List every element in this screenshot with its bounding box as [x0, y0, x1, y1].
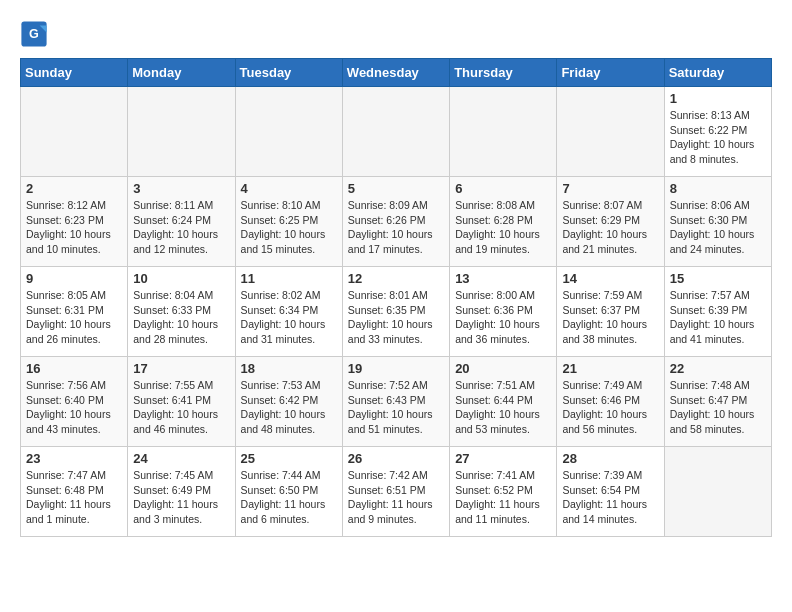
day-number: 1	[670, 91, 766, 106]
calendar-day-cell: 24Sunrise: 7:45 AM Sunset: 6:49 PM Dayli…	[128, 447, 235, 537]
weekday-header-saturday: Saturday	[664, 59, 771, 87]
day-number: 11	[241, 271, 337, 286]
day-info: Sunrise: 7:52 AM Sunset: 6:43 PM Dayligh…	[348, 378, 444, 437]
calendar-day-cell	[557, 87, 664, 177]
calendar-day-cell: 3Sunrise: 8:11 AM Sunset: 6:24 PM Daylig…	[128, 177, 235, 267]
day-number: 18	[241, 361, 337, 376]
day-info: Sunrise: 7:41 AM Sunset: 6:52 PM Dayligh…	[455, 468, 551, 527]
logo-icon: G	[20, 20, 48, 48]
day-number: 20	[455, 361, 551, 376]
weekday-header-wednesday: Wednesday	[342, 59, 449, 87]
day-info: Sunrise: 8:02 AM Sunset: 6:34 PM Dayligh…	[241, 288, 337, 347]
calendar-day-cell: 16Sunrise: 7:56 AM Sunset: 6:40 PM Dayli…	[21, 357, 128, 447]
day-info: Sunrise: 8:05 AM Sunset: 6:31 PM Dayligh…	[26, 288, 122, 347]
weekday-header-tuesday: Tuesday	[235, 59, 342, 87]
calendar-day-cell: 21Sunrise: 7:49 AM Sunset: 6:46 PM Dayli…	[557, 357, 664, 447]
weekday-header-friday: Friday	[557, 59, 664, 87]
calendar-week-row: 1Sunrise: 8:13 AM Sunset: 6:22 PM Daylig…	[21, 87, 772, 177]
calendar-day-cell: 2Sunrise: 8:12 AM Sunset: 6:23 PM Daylig…	[21, 177, 128, 267]
calendar-week-row: 2Sunrise: 8:12 AM Sunset: 6:23 PM Daylig…	[21, 177, 772, 267]
day-info: Sunrise: 8:09 AM Sunset: 6:26 PM Dayligh…	[348, 198, 444, 257]
day-info: Sunrise: 7:56 AM Sunset: 6:40 PM Dayligh…	[26, 378, 122, 437]
day-number: 17	[133, 361, 229, 376]
day-info: Sunrise: 7:47 AM Sunset: 6:48 PM Dayligh…	[26, 468, 122, 527]
day-number: 27	[455, 451, 551, 466]
day-info: Sunrise: 7:51 AM Sunset: 6:44 PM Dayligh…	[455, 378, 551, 437]
calendar-day-cell: 14Sunrise: 7:59 AM Sunset: 6:37 PM Dayli…	[557, 267, 664, 357]
calendar-day-cell: 12Sunrise: 8:01 AM Sunset: 6:35 PM Dayli…	[342, 267, 449, 357]
calendar-day-cell: 28Sunrise: 7:39 AM Sunset: 6:54 PM Dayli…	[557, 447, 664, 537]
day-info: Sunrise: 7:59 AM Sunset: 6:37 PM Dayligh…	[562, 288, 658, 347]
day-number: 4	[241, 181, 337, 196]
day-info: Sunrise: 7:44 AM Sunset: 6:50 PM Dayligh…	[241, 468, 337, 527]
day-info: Sunrise: 7:57 AM Sunset: 6:39 PM Dayligh…	[670, 288, 766, 347]
day-number: 23	[26, 451, 122, 466]
calendar-day-cell: 25Sunrise: 7:44 AM Sunset: 6:50 PM Dayli…	[235, 447, 342, 537]
day-number: 25	[241, 451, 337, 466]
calendar-week-row: 9Sunrise: 8:05 AM Sunset: 6:31 PM Daylig…	[21, 267, 772, 357]
calendar-day-cell: 17Sunrise: 7:55 AM Sunset: 6:41 PM Dayli…	[128, 357, 235, 447]
day-info: Sunrise: 8:07 AM Sunset: 6:29 PM Dayligh…	[562, 198, 658, 257]
calendar-header-row: SundayMondayTuesdayWednesdayThursdayFrid…	[21, 59, 772, 87]
day-number: 24	[133, 451, 229, 466]
day-info: Sunrise: 8:04 AM Sunset: 6:33 PM Dayligh…	[133, 288, 229, 347]
calendar-day-cell: 8Sunrise: 8:06 AM Sunset: 6:30 PM Daylig…	[664, 177, 771, 267]
day-number: 5	[348, 181, 444, 196]
calendar-week-row: 23Sunrise: 7:47 AM Sunset: 6:48 PM Dayli…	[21, 447, 772, 537]
calendar-day-cell: 23Sunrise: 7:47 AM Sunset: 6:48 PM Dayli…	[21, 447, 128, 537]
day-number: 10	[133, 271, 229, 286]
day-info: Sunrise: 8:11 AM Sunset: 6:24 PM Dayligh…	[133, 198, 229, 257]
calendar-day-cell	[664, 447, 771, 537]
day-info: Sunrise: 7:48 AM Sunset: 6:47 PM Dayligh…	[670, 378, 766, 437]
day-info: Sunrise: 7:42 AM Sunset: 6:51 PM Dayligh…	[348, 468, 444, 527]
calendar-day-cell: 15Sunrise: 7:57 AM Sunset: 6:39 PM Dayli…	[664, 267, 771, 357]
calendar-day-cell: 9Sunrise: 8:05 AM Sunset: 6:31 PM Daylig…	[21, 267, 128, 357]
weekday-header-monday: Monday	[128, 59, 235, 87]
day-info: Sunrise: 8:12 AM Sunset: 6:23 PM Dayligh…	[26, 198, 122, 257]
day-info: Sunrise: 8:06 AM Sunset: 6:30 PM Dayligh…	[670, 198, 766, 257]
calendar-day-cell: 5Sunrise: 8:09 AM Sunset: 6:26 PM Daylig…	[342, 177, 449, 267]
svg-text:G: G	[29, 27, 39, 41]
day-number: 8	[670, 181, 766, 196]
day-number: 9	[26, 271, 122, 286]
weekday-header-thursday: Thursday	[450, 59, 557, 87]
calendar-day-cell: 10Sunrise: 8:04 AM Sunset: 6:33 PM Dayli…	[128, 267, 235, 357]
day-number: 26	[348, 451, 444, 466]
day-info: Sunrise: 8:10 AM Sunset: 6:25 PM Dayligh…	[241, 198, 337, 257]
calendar-day-cell: 7Sunrise: 8:07 AM Sunset: 6:29 PM Daylig…	[557, 177, 664, 267]
day-number: 2	[26, 181, 122, 196]
day-info: Sunrise: 7:39 AM Sunset: 6:54 PM Dayligh…	[562, 468, 658, 527]
day-info: Sunrise: 8:13 AM Sunset: 6:22 PM Dayligh…	[670, 108, 766, 167]
calendar-day-cell	[235, 87, 342, 177]
day-number: 13	[455, 271, 551, 286]
calendar-day-cell: 6Sunrise: 8:08 AM Sunset: 6:28 PM Daylig…	[450, 177, 557, 267]
day-number: 21	[562, 361, 658, 376]
page-header: G	[20, 20, 772, 48]
day-number: 7	[562, 181, 658, 196]
calendar-day-cell: 1Sunrise: 8:13 AM Sunset: 6:22 PM Daylig…	[664, 87, 771, 177]
day-number: 16	[26, 361, 122, 376]
day-info: Sunrise: 7:53 AM Sunset: 6:42 PM Dayligh…	[241, 378, 337, 437]
day-number: 28	[562, 451, 658, 466]
weekday-header-sunday: Sunday	[21, 59, 128, 87]
calendar-day-cell: 18Sunrise: 7:53 AM Sunset: 6:42 PM Dayli…	[235, 357, 342, 447]
calendar-day-cell	[450, 87, 557, 177]
calendar-day-cell	[21, 87, 128, 177]
calendar-day-cell: 4Sunrise: 8:10 AM Sunset: 6:25 PM Daylig…	[235, 177, 342, 267]
calendar-day-cell	[342, 87, 449, 177]
calendar-day-cell: 22Sunrise: 7:48 AM Sunset: 6:47 PM Dayli…	[664, 357, 771, 447]
calendar-day-cell: 13Sunrise: 8:00 AM Sunset: 6:36 PM Dayli…	[450, 267, 557, 357]
day-number: 12	[348, 271, 444, 286]
day-info: Sunrise: 8:00 AM Sunset: 6:36 PM Dayligh…	[455, 288, 551, 347]
day-number: 19	[348, 361, 444, 376]
calendar-day-cell: 26Sunrise: 7:42 AM Sunset: 6:51 PM Dayli…	[342, 447, 449, 537]
day-number: 14	[562, 271, 658, 286]
day-info: Sunrise: 7:49 AM Sunset: 6:46 PM Dayligh…	[562, 378, 658, 437]
calendar-table: SundayMondayTuesdayWednesdayThursdayFrid…	[20, 58, 772, 537]
day-info: Sunrise: 8:08 AM Sunset: 6:28 PM Dayligh…	[455, 198, 551, 257]
calendar-day-cell: 11Sunrise: 8:02 AM Sunset: 6:34 PM Dayli…	[235, 267, 342, 357]
day-number: 15	[670, 271, 766, 286]
day-number: 22	[670, 361, 766, 376]
day-number: 6	[455, 181, 551, 196]
calendar-day-cell: 20Sunrise: 7:51 AM Sunset: 6:44 PM Dayli…	[450, 357, 557, 447]
